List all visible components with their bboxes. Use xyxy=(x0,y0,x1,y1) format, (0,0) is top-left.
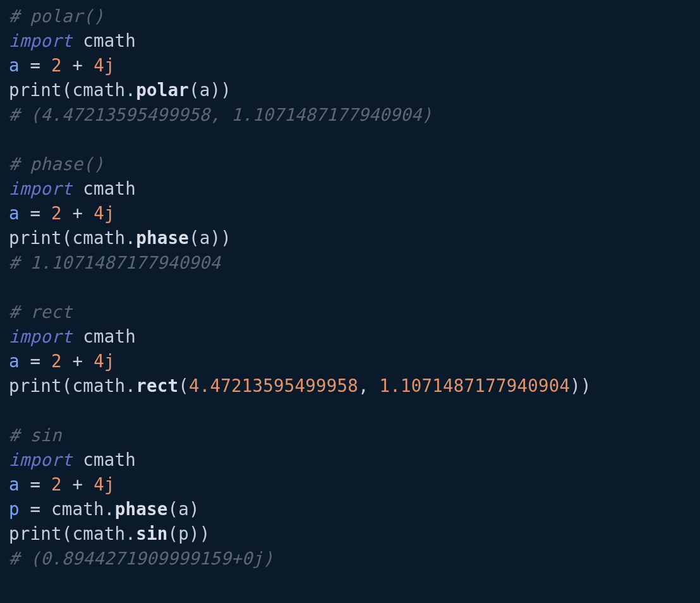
module-name: cmath xyxy=(83,30,136,51)
function-rect: rect xyxy=(136,375,178,396)
variable: a xyxy=(9,203,20,223)
comment: # rect xyxy=(9,302,73,322)
function-sin: sin xyxy=(136,523,167,544)
keyword-import: import xyxy=(9,326,73,346)
keyword-import: import xyxy=(9,449,73,470)
operator-plus: + xyxy=(73,55,83,75)
float-literal: 1.1071487177940904 xyxy=(380,375,570,396)
comment: # phase() xyxy=(9,154,104,174)
number: 2 xyxy=(51,55,62,75)
comment-output: # (0.8944271909999159+0j) xyxy=(9,548,274,568)
keyword-import: import xyxy=(9,30,73,51)
operator-eq: = xyxy=(30,55,41,75)
comment-output: # (4.47213595499958, 1.1071487177940904) xyxy=(9,104,432,125)
identifier: cmath xyxy=(73,80,126,100)
code-block: # polar() import cmath a = 2 + 4j print(… xyxy=(0,0,700,571)
call-print: print xyxy=(9,375,62,396)
call-print: print xyxy=(9,80,62,100)
variable: p xyxy=(9,499,20,519)
function-phase: phase xyxy=(115,499,168,519)
comment: # polar() xyxy=(9,6,104,26)
keyword-import: import xyxy=(9,178,73,198)
call-print: print xyxy=(9,523,62,544)
comment: # sin xyxy=(9,425,62,445)
comment-output: # 1.1071487177940904 xyxy=(9,252,220,272)
function-polar: polar xyxy=(136,80,189,100)
imaginary-literal: 4j xyxy=(94,55,115,75)
module-name: cmath xyxy=(83,178,136,198)
float-literal: 4.47213595499958 xyxy=(189,375,358,396)
call-print: print xyxy=(9,228,62,248)
variable: a xyxy=(9,55,20,75)
function-phase: phase xyxy=(136,228,189,248)
